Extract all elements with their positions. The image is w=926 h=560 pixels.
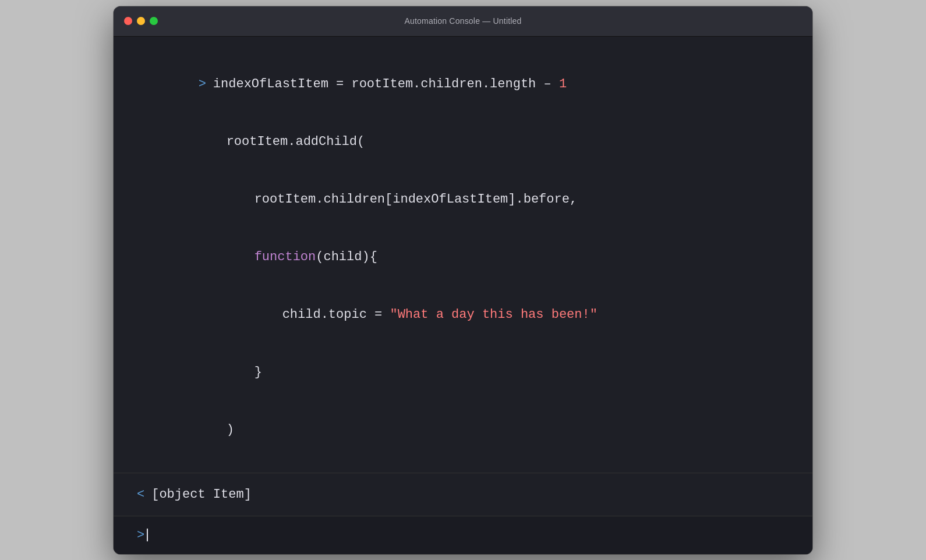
close-button[interactable] [124,17,132,25]
input-prompt-arrow: > [199,77,206,91]
code-line-3: rootItem.children[indexOfLastItem].befor… [137,171,789,228]
new-input-line: > [137,528,789,543]
console-body: >indexOfLastItem = rootItem.children.len… [114,37,812,554]
code-text-1: indexOfLastItem = rootItem.children.leng… [213,77,567,91]
code-line-7: ) [137,401,789,459]
code-text-4: (child){ [316,250,377,264]
code-text-5a: child.topic = [282,307,390,322]
output-section: <[object Item] [114,473,812,516]
code-line-5: child.topic = "What a day this has been!… [137,286,789,343]
code-text-6: } [255,365,262,380]
minimize-button[interactable] [137,17,145,25]
code-line-4: function(child){ [137,228,789,286]
cursor [147,529,148,541]
window-controls [124,17,158,25]
output-prompt-arrow: < [137,487,144,502]
maximize-button[interactable] [150,17,158,25]
code-line-1: >indexOfLastItem = rootItem.children.len… [137,55,789,113]
app-window: Automation Console — Untitled >indexOfLa… [114,6,812,554]
keyword-function: function [255,250,316,264]
output-value: [object Item] [151,487,252,502]
code-section: >indexOfLastItem = rootItem.children.len… [114,37,812,473]
window-title: Automation Console — Untitled [404,16,521,26]
code-line-6: } [137,343,789,401]
number-1: 1 [559,77,567,91]
input-section[interactable]: > [114,516,812,554]
code-line-2: rootItem.addChild( [137,113,789,171]
code-text-2: rootItem.addChild( [227,134,365,149]
titlebar: Automation Console — Untitled [114,6,812,37]
code-text-3: rootItem.children[indexOfLastItem].befor… [255,192,578,207]
string-value: "What a day this has been!" [390,307,597,322]
new-input-prompt: > [137,528,144,543]
output-line: <[object Item] [137,487,789,502]
code-text-7: ) [227,423,234,437]
